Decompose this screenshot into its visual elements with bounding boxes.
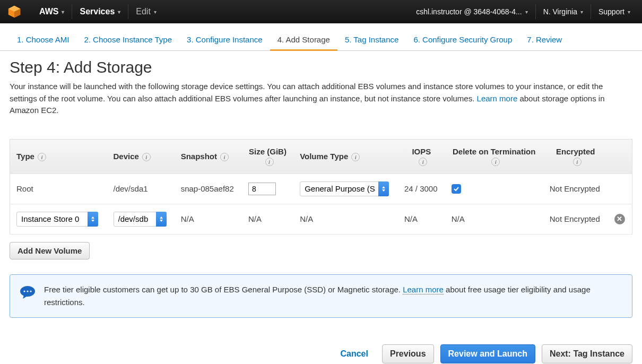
info-icon[interactable]: i <box>142 153 151 161</box>
cell-iops: 24 / 3000 <box>398 174 445 204</box>
caret-down-icon: ▾ <box>62 9 64 15</box>
review-and-launch-button[interactable]: Review and Launch <box>440 344 535 363</box>
nav-services[interactable]: Services▾ <box>74 7 126 16</box>
nav-support[interactable]: Support▾ <box>593 7 636 16</box>
table-row-instance-store: Instance Store 0 /dev/sdb N/A <box>10 204 632 234</box>
cell-encrypted: Not Encrypted <box>543 174 608 204</box>
cell-size: N/A <box>242 204 293 234</box>
nav-divider <box>72 4 72 19</box>
page-description: Your instance will be launched with the … <box>10 81 632 117</box>
remove-volume-button[interactable]: ✕ <box>614 214 625 224</box>
add-new-volume-button[interactable]: Add New Volume <box>10 242 90 259</box>
device-select[interactable]: /dev/sdb <box>114 212 167 227</box>
nav-divider <box>128 4 128 19</box>
th-snapshot: Snapshoti <box>175 139 242 174</box>
nav-account[interactable]: cshl.instructor @ 3648-4068-4...▾ <box>411 7 533 16</box>
speech-bubble-icon <box>20 285 36 299</box>
nav-aws[interactable]: AWS▾ <box>34 7 70 16</box>
cell-delete: N/A <box>445 204 543 234</box>
caret-down-icon: ▾ <box>525 9 528 15</box>
next-button[interactable]: Next: Tag Instance <box>542 344 632 363</box>
wizard-step-2[interactable]: 2. Choose Instance Type <box>76 28 179 50</box>
th-iops: IOPSi <box>398 139 445 174</box>
table-row-root: Root /dev/sda1 snap-085aef82 General Pur… <box>10 174 632 204</box>
th-device: Devicei <box>107 139 175 174</box>
storage-table: Typei Devicei Snapshoti Size (GiB)i Volu… <box>10 139 632 235</box>
th-size: Size (GiB)i <box>242 139 293 174</box>
footer: Cancel Previous Review and Launch Next: … <box>0 344 642 363</box>
wizard-step-3[interactable]: 3. Configure Instance <box>179 28 270 50</box>
info-icon[interactable]: i <box>573 158 582 166</box>
wizard-step-5[interactable]: 5. Tag Instance <box>337 28 406 50</box>
cell-iops: N/A <box>398 204 445 234</box>
caret-down-icon: ▾ <box>118 9 120 15</box>
th-delete: Delete on Terminationi <box>445 139 543 174</box>
wizard-step-1[interactable]: 1. Choose AMI <box>10 28 76 50</box>
nav-region[interactable]: N. Virginia▾ <box>538 7 588 16</box>
nav-divider <box>591 4 591 19</box>
info-icon[interactable]: i <box>419 158 427 166</box>
caret-down-icon: ▾ <box>154 9 157 15</box>
cell-device: /dev/sda1 <box>107 174 175 204</box>
cell-snapshot: N/A <box>175 204 242 234</box>
nav-divider <box>535 4 536 19</box>
free-tier-info-box: Free tier eligible customers can get up … <box>10 274 632 318</box>
info-icon[interactable]: i <box>351 153 360 161</box>
cancel-button[interactable]: Cancel <box>333 345 375 363</box>
info-text: Free tier eligible customers can get up … <box>44 283 622 309</box>
svg-point-11 <box>23 290 25 292</box>
nav-edit[interactable]: Edit▾ <box>131 7 162 16</box>
cell-voltype: N/A <box>293 204 398 234</box>
previous-button[interactable]: Previous <box>382 344 434 363</box>
svg-point-13 <box>30 290 31 292</box>
cell-type: Root <box>10 174 107 204</box>
table-header-row: Typei Devicei Snapshoti Size (GiB)i Volu… <box>10 139 632 174</box>
caret-down-icon: ▾ <box>628 9 630 15</box>
info-learn-more-link[interactable]: Learn more <box>403 285 444 294</box>
caret-down-icon: ▾ <box>580 9 583 15</box>
th-voltype: Volume Typei <box>293 139 398 174</box>
info-icon[interactable]: i <box>38 153 46 161</box>
page-title: Step 4: Add Storage <box>10 58 632 76</box>
delete-on-termination-checkbox[interactable] <box>452 184 461 194</box>
wizard-step-6[interactable]: 6. Configure Security Group <box>406 28 519 50</box>
info-icon[interactable]: i <box>220 153 229 161</box>
size-input[interactable] <box>248 183 276 195</box>
wizard-step-4[interactable]: 4. Add Storage <box>270 28 337 51</box>
top-nav: AWS▾ Services▾ Edit▾ cshl.instructor @ 3… <box>0 0 642 23</box>
th-type: Typei <box>10 139 107 174</box>
cell-snapshot: snap-085aef82 <box>175 174 242 204</box>
wizard-step-7[interactable]: 7. Review <box>519 28 569 50</box>
info-icon[interactable]: i <box>265 158 274 166</box>
info-icon[interactable]: i <box>491 158 500 166</box>
aws-logo-icon[interactable] <box>6 4 22 20</box>
volume-type-select[interactable]: General Purpose (SSD) <box>300 181 389 196</box>
wizard-steps: 1. Choose AMI 2. Choose Instance Type 3.… <box>0 28 642 51</box>
learn-more-link[interactable]: Learn more <box>477 94 518 103</box>
cell-encrypted: Not Encrypted <box>543 204 608 234</box>
svg-point-12 <box>27 290 28 292</box>
th-encrypted: Encryptedi <box>543 139 608 174</box>
instance-store-select[interactable]: Instance Store 0 <box>16 212 98 227</box>
